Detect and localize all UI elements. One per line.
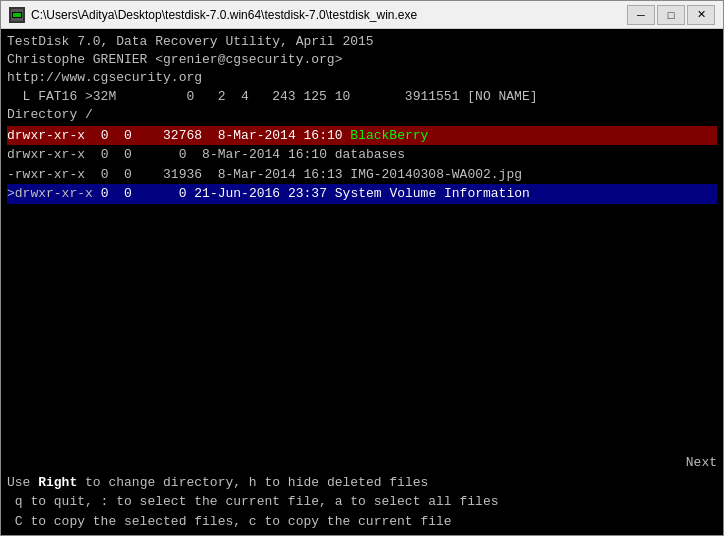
file-date: 21-Jun-2016	[194, 184, 280, 204]
spacer5	[280, 184, 288, 204]
spacer4	[186, 145, 194, 165]
file-perms: >drwxr-xr-x	[7, 184, 93, 204]
file-date: 8-Mar-2014	[210, 165, 296, 185]
spacer3	[202, 126, 210, 146]
file-num2: 0	[124, 165, 132, 185]
spacer2	[108, 145, 124, 165]
spacer4	[202, 165, 210, 185]
file-time: 16:13	[304, 165, 343, 185]
file-size: 32768	[147, 126, 202, 146]
spacer	[85, 145, 101, 165]
directory-listing: drwxr-xr-x 0 0 32768 8-Mar-2014 16:10 Bl…	[7, 126, 717, 204]
window-title: C:\Users\Aditya\Desktop\testdisk-7.0.win…	[31, 8, 417, 22]
file-time: 23:37	[288, 184, 327, 204]
partition-line: L FAT16 >32M 0 2 4 243 125 10 3911551 [N…	[7, 88, 717, 106]
spacer	[108, 126, 124, 146]
file-col1	[85, 126, 101, 146]
file-num2: 0	[124, 145, 132, 165]
file-num2: 0	[124, 184, 132, 204]
app-icon	[9, 7, 25, 23]
hint-line3: C to copy the selected files, c to copy …	[7, 512, 717, 532]
file-num1: 0	[101, 145, 109, 165]
file-num1: 0	[101, 165, 109, 185]
file-time: 16:10	[304, 126, 343, 146]
file-num1: 0	[101, 126, 109, 146]
info-line2: Christophe GRENIER <grenier@cgsecurity.o…	[7, 51, 717, 69]
file-time: 16:10	[288, 145, 327, 165]
bottom-area: Next Use Right to change directory, h to…	[1, 449, 723, 535]
spacer3	[132, 145, 179, 165]
spacer2	[132, 126, 148, 146]
terminal-area: TestDisk 7.0, Data Recovery Utility, Apr…	[1, 29, 723, 535]
spacer3	[132, 165, 148, 185]
spacer3	[132, 184, 179, 204]
minimize-button[interactable]: ─	[627, 5, 655, 25]
key-right: Right	[38, 475, 77, 490]
spacer	[93, 184, 101, 204]
spacer5	[280, 145, 288, 165]
file-size: 0	[179, 184, 187, 204]
main-window: C:\Users\Aditya\Desktop\testdisk-7.0.win…	[0, 0, 724, 536]
list-item[interactable]: drwxr-xr-x 0 0 0 8-Mar-2014 16:10 databa…	[7, 145, 717, 165]
list-item[interactable]: >drwxr-xr-x 0 0 0 21-Jun-2016 23:37 Syst…	[7, 184, 717, 204]
file-perms: drwxr-xr-x	[7, 145, 85, 165]
file-name: BlackBerry	[350, 126, 428, 146]
hint-line2: q to quit, : to select the current file,…	[7, 492, 717, 512]
hint-line1: Use Right to change directory, h to hide…	[7, 473, 717, 493]
spacer4	[187, 184, 195, 204]
spacer6	[327, 184, 335, 204]
maximize-button[interactable]: □	[657, 5, 685, 25]
spacer2	[108, 184, 124, 204]
file-name: System Volume Information	[335, 184, 530, 204]
svg-rect-2	[13, 13, 21, 17]
titlebar-left: C:\Users\Aditya\Desktop\testdisk-7.0.win…	[9, 7, 417, 23]
file-num2: 0	[124, 126, 132, 146]
file-name: IMG-20140308-WA002.jpg	[350, 165, 522, 185]
file-perms: -rwxr-xr-x	[7, 165, 85, 185]
file-name: databases	[335, 145, 405, 165]
file-size: 0	[179, 145, 187, 165]
list-item[interactable]: drwxr-xr-x 0 0 32768 8-Mar-2014 16:10 Bl…	[7, 126, 717, 146]
spacer6	[343, 165, 351, 185]
spacer4	[296, 126, 304, 146]
directory-label: Directory /	[7, 106, 717, 124]
list-item[interactable]: -rwxr-xr-x 0 0 31936 8-Mar-2014 16:13 IM…	[7, 165, 717, 185]
file-num1: 0	[101, 184, 109, 204]
spacer5	[296, 165, 304, 185]
spacer2	[108, 165, 124, 185]
titlebar: C:\Users\Aditya\Desktop\testdisk-7.0.win…	[1, 1, 723, 29]
file-size: 31936	[147, 165, 202, 185]
spacer5	[343, 126, 351, 146]
window-controls: ─ □ ✕	[627, 5, 715, 25]
spacer6	[327, 145, 335, 165]
file-perms: drwxr-xr-x	[7, 126, 85, 146]
file-date: 8-Mar-2014	[194, 145, 280, 165]
file-date: 8-Mar-2014	[210, 126, 296, 146]
next-label: Next	[7, 453, 717, 473]
spacer	[85, 165, 101, 185]
info-line1: TestDisk 7.0, Data Recovery Utility, Apr…	[7, 33, 717, 51]
close-button[interactable]: ✕	[687, 5, 715, 25]
info-line3: http://www.cgsecurity.org	[7, 69, 717, 87]
